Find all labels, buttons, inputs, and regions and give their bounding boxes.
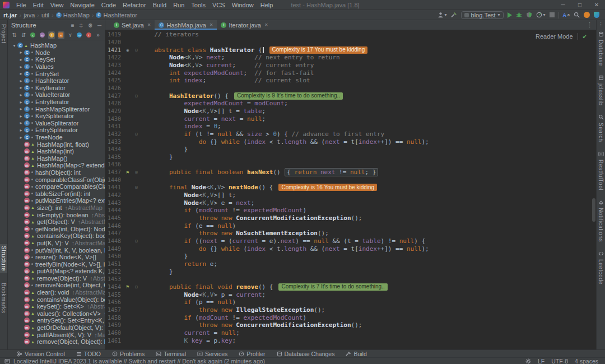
reader-mode-widget[interactable]: Reader Mode ✔ <box>536 33 587 40</box>
line-number[interactable]: 1422 <box>105 54 122 60</box>
run-configuration-select[interactable]: blog.Test▾ <box>461 11 504 19</box>
chevron-right-icon[interactable]: ▸ <box>18 128 24 133</box>
code-line[interactable]: 1419 // iterators <box>105 31 596 39</box>
chevron-right-icon[interactable]: ▸ <box>18 100 24 105</box>
chevron-right-icon[interactable]: ▸ <box>18 106 24 111</box>
structure-item[interactable]: m▲keySet(): Set<K>↑AbstractMap <box>8 303 105 310</box>
tool-window-button-build[interactable]: Build <box>346 351 366 357</box>
folded-code-region[interactable]: { return next != null; } <box>285 168 378 176</box>
line-number[interactable]: 1457 <box>105 307 122 313</box>
chevron-right-icon[interactable]: ▸ <box>18 78 24 83</box>
line-number[interactable]: 1453 <box>105 276 122 282</box>
close-icon[interactable]: ✕ <box>264 22 268 27</box>
tool-window-button-todo[interactable]: TODO <box>76 351 101 357</box>
structure-item[interactable]: m▲remove(Object, Object): boolean↑Map <box>8 338 105 346</box>
line-number[interactable]: 1444 <box>105 207 122 213</box>
structure-item[interactable]: m▲HashMap(int, float) <box>8 141 105 148</box>
filter-fields-toggle[interactable]: f <box>48 31 55 39</box>
code-line[interactable]: 1441⊟ final Node<K,V> nextNode() {Comple… <box>105 184 596 192</box>
code-line[interactable]: 1457 throw new IllegalStateException(); <box>105 306 596 314</box>
tool-window-button-database-changes[interactable]: Database Changes <box>277 351 335 357</box>
complexity-badge[interactable]: Complexity is 17 You must be kidding <box>269 46 368 54</box>
hide-panel-icon[interactable]: ─ <box>97 22 101 29</box>
menu-refactor[interactable]: Refactor <box>119 0 150 10</box>
code-line[interactable]: 1444 if (modCount != expectedModCount) <box>105 207 596 214</box>
tool-window-button-search[interactable]: Search <box>597 114 604 144</box>
code-line[interactable]: 1435 } <box>105 153 596 161</box>
tool-window-button-restfultool[interactable]: RestfulTool <box>597 151 604 192</box>
line-number[interactable]: 1452 <box>105 269 122 275</box>
code-line[interactable]: 1451 return e; <box>105 260 596 268</box>
structure-item[interactable]: m▲containsValue(Object): boolean↑Abstrac… <box>8 296 105 303</box>
gear-icon[interactable] <box>525 358 531 364</box>
line-number[interactable]: 1427 <box>105 93 122 99</box>
search-everywhere-button[interactable] <box>574 12 580 18</box>
structure-item[interactable]: ▾C▲HashMap <box>8 42 105 49</box>
gutter[interactable]: ⚑ <box>122 170 133 175</box>
code-line[interactable]: 1445 throw new ConcurrentModificationExc… <box>105 214 596 222</box>
run-button[interactable] <box>508 12 512 18</box>
code-line[interactable]: 1448⊟ if ((next = (current = e).next) ==… <box>105 237 596 245</box>
tool-window-button-problems[interactable]: Problems <box>112 351 145 357</box>
tool-window-button-version-control[interactable]: Version Control <box>17 351 65 357</box>
close-button[interactable]: ✕ <box>588 0 605 10</box>
line-number[interactable]: 1434 <box>105 146 122 152</box>
line-number[interactable]: 1429 <box>105 108 122 114</box>
fold-marker-icon[interactable]: ⊞ <box>133 170 139 175</box>
breadcrumb-item[interactable]: util <box>41 12 49 18</box>
fold-marker-icon[interactable]: ⊟ <box>133 94 139 99</box>
structure-item[interactable]: m▲values(): Collection<V>↑AbstractMap <box>8 310 105 318</box>
user-account-button[interactable]: ▾ <box>438 12 447 18</box>
line-number[interactable]: 1450 <box>105 253 122 259</box>
structure-item[interactable]: m▲get(Object): V↑AbstractMap <box>8 218 105 226</box>
code-line[interactable]: 1429 Node<K,V>[] t = table; <box>105 108 596 115</box>
chevron-right-icon[interactable]: ▸ <box>18 135 24 140</box>
bookmark-flag-icon[interactable]: ⚑ <box>126 170 129 175</box>
fold-marker-icon[interactable]: ⊟ <box>133 48 139 53</box>
breadcrumb-item[interactable]: CHashIterator <box>96 12 137 18</box>
code-line[interactable]: 1427⊟ HashIterator() {Complexity is 9 It… <box>105 92 596 100</box>
tool-window-button-terminal[interactable]: Terminal <box>156 351 186 357</box>
line-number[interactable]: 1433 <box>105 139 122 145</box>
line-number[interactable]: 1447 <box>105 230 122 236</box>
code-line[interactable]: 1447 throw new NoSuchElementException(); <box>105 230 596 237</box>
chevron-right-icon[interactable]: ▸ <box>18 92 24 97</box>
structure-item[interactable]: ▸CValues <box>8 63 105 71</box>
status-segment-lf[interactable]: LF <box>538 358 544 364</box>
menu-run[interactable]: Run <box>170 0 188 10</box>
plugin-shield-icon[interactable] <box>594 12 599 18</box>
close-icon[interactable]: ✕ <box>147 22 151 27</box>
complexity-badge[interactable]: Complexity is 7 It's time to do somethin… <box>278 283 387 291</box>
line-number[interactable]: 1461 <box>105 338 122 344</box>
structure-item[interactable]: ▸CEntryIterator <box>8 99 105 106</box>
line-number[interactable]: 1426 <box>105 85 122 91</box>
expand-all-icon[interactable]: ≡ <box>71 22 75 29</box>
tool-window-button-database[interactable]: Database <box>597 31 604 68</box>
structure-item[interactable]: ▸CKeyIterator <box>8 85 105 92</box>
structure-item[interactable]: ▸CEntrySpliterator <box>8 127 105 134</box>
tool-window-button-leetcode[interactable]: Leetcode <box>597 251 604 286</box>
profiler-button[interactable]: ▾ <box>536 12 546 18</box>
debug-button[interactable] <box>516 12 522 18</box>
structure-item[interactable]: m▲put(K, V): V↑AbstractMap <box>8 240 105 247</box>
menu-navigate[interactable]: Navigate <box>67 0 97 10</box>
chevron-right-icon[interactable]: ▸ <box>18 50 24 55</box>
line-number[interactable]: 1460 <box>105 330 122 336</box>
code-line[interactable]: 1428 expectedModCount = modCount; <box>105 100 596 108</box>
line-number[interactable]: 1446 <box>105 223 122 229</box>
structure-item[interactable]: ▸CNode <box>8 49 105 57</box>
editor-scrollbar[interactable] <box>592 198 595 222</box>
chevron-right-icon[interactable]: ▸ <box>18 114 24 119</box>
structure-item[interactable]: mtableSizeFor(int): int <box>8 190 105 197</box>
fold-marker-icon[interactable]: ⊟ <box>133 284 139 290</box>
chevron-right-icon[interactable]: ▸ <box>18 120 24 125</box>
code-line[interactable]: 1436 <box>105 161 596 169</box>
fold-marker-icon[interactable]: ⊟ <box>133 239 139 244</box>
structure-item[interactable]: m▲putAll(Map<? extends K, ? extends V>):… <box>8 268 105 275</box>
tab-set.java[interactable]: ISet.java✕ <box>110 20 155 30</box>
tool-window-button-project[interactable]: Project <box>0 22 7 45</box>
code-line[interactable]: 1430 current = next = null; <box>105 115 596 123</box>
tab-list-icon[interactable]: ⋮ <box>587 20 596 30</box>
code-line[interactable]: 1460 current = null; <box>105 329 596 337</box>
line-number[interactable]: 1421 <box>105 47 122 53</box>
